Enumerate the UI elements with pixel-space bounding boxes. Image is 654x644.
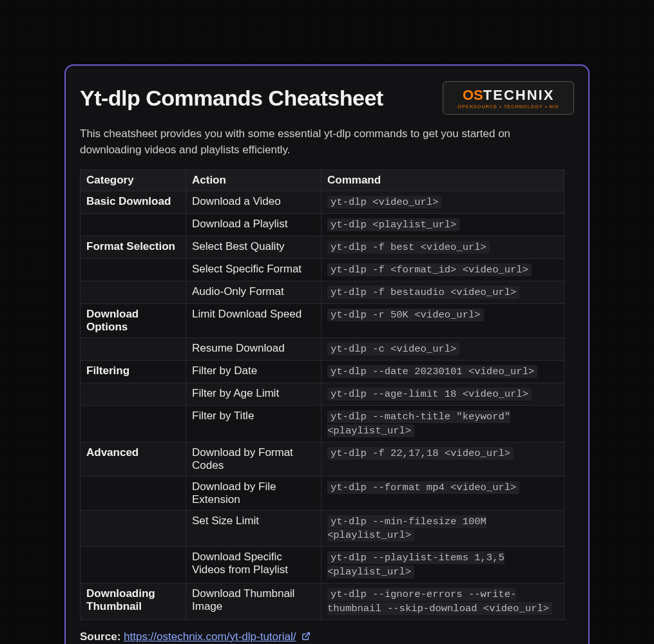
command-code: yt-dlp <playlist_url> — [327, 218, 459, 231]
table-row: Basic DownloadDownload a Videoyt-dlp <vi… — [81, 191, 564, 214]
table-row: Set Size Limityt-dlp --min-filesize 100M… — [81, 510, 564, 547]
col-category: Category — [81, 170, 186, 191]
cell-action: Download a Playlist — [186, 214, 322, 236]
svg-line-0 — [305, 633, 309, 637]
cell-category — [81, 510, 186, 547]
cell-command: yt-dlp -f 22,17,18 <video_url> — [322, 442, 564, 476]
table-row: Resume Downloadyt-dlp -c <video_url> — [81, 337, 564, 360]
command-code: yt-dlp <video_url> — [327, 196, 441, 209]
command-code: yt-dlp --match-title "keyword" <playlist… — [327, 410, 510, 437]
cell-category — [81, 337, 186, 360]
cell-category — [81, 214, 186, 236]
cell-command: yt-dlp --match-title "keyword" <playlist… — [322, 405, 564, 442]
col-command: Command — [322, 170, 564, 191]
cell-command: yt-dlp --min-filesize 100M <playlist_url… — [322, 510, 564, 547]
logo-part-os: OS — [463, 87, 483, 103]
table-body: Basic DownloadDownload a Videoyt-dlp <vi… — [81, 191, 564, 620]
commands-table: Category Action Command Basic DownloadDo… — [80, 169, 564, 620]
command-code: yt-dlp --age-limit 18 <video_url> — [327, 388, 532, 401]
command-code: yt-dlp -f <format_id> <video_url> — [327, 263, 532, 276]
source-label: Source: — [80, 630, 124, 643]
table-row: Audio-Only Formatyt-dlp -f bestaudio <vi… — [81, 281, 564, 303]
header-row: Yt-dlp Commands Cheatsheet OSTECHNIX OPE… — [80, 81, 574, 115]
cell-action: Filter by Title — [186, 405, 322, 442]
cell-command: yt-dlp <video_url> — [322, 191, 564, 214]
cell-command: yt-dlp -f bestaudio <video_url> — [322, 281, 564, 303]
source-link[interactable]: https://ostechnix.com/yt-dlp-tutorial/ — [124, 630, 296, 643]
col-action: Action — [186, 170, 322, 191]
cell-action: Download a Video — [186, 191, 322, 214]
cell-action: Set Size Limit — [186, 510, 322, 547]
cell-category — [81, 547, 186, 583]
command-code: yt-dlp -f bestaudio <video_url> — [327, 286, 519, 299]
command-code: yt-dlp -f best <video_url> — [327, 241, 490, 254]
command-code: yt-dlp -r 50K <video_url> — [327, 308, 484, 321]
table-row: Filter by Age Limityt-dlp --age-limit 18… — [81, 383, 564, 405]
cell-action: Audio-Only Format — [186, 281, 322, 303]
cell-category: Download Options — [81, 303, 186, 337]
command-code: yt-dlp --format mp4 <video_url> — [327, 481, 519, 494]
command-code: yt-dlp --min-filesize 100M <playlist_url… — [327, 515, 486, 542]
cell-command: yt-dlp <playlist_url> — [322, 214, 564, 236]
table-row: Select Specific Formatyt-dlp -f <format_… — [81, 259, 564, 281]
cell-action: Download Thumbnail Image — [186, 583, 322, 620]
table-row: Download by File Extensionyt-dlp --forma… — [81, 476, 564, 510]
cell-command: yt-dlp -c <video_url> — [322, 337, 564, 360]
source-line: Source: https://ostechnix.com/yt-dlp-tut… — [80, 630, 574, 644]
cell-category — [81, 405, 186, 442]
cell-action: Filter by Date — [186, 360, 322, 383]
table-row: Format SelectionSelect Best Qualityyt-dl… — [81, 236, 564, 259]
logo-part-technix: TECHNIX — [483, 87, 555, 103]
cell-action: Select Best Quality — [186, 236, 322, 259]
cell-category — [81, 383, 186, 405]
table-row: Downloading ThumbnailDownload Thumbnail … — [81, 583, 564, 620]
page-title: Yt-dlp Commands Cheatsheet — [80, 86, 383, 111]
table-row: Download a Playlistyt-dlp <playlist_url> — [81, 214, 564, 236]
logo-main: OSTECHNIX — [457, 88, 559, 102]
ostechnix-logo: OSTECHNIX OPENSOURCE • TECHNOLOGY • NIX — [443, 81, 574, 115]
cell-category: Advanced — [81, 442, 186, 476]
cell-action: Download Specific Videos from Playlist — [186, 547, 322, 583]
cell-category — [81, 476, 186, 510]
cell-action: Limit Download Speed — [186, 303, 322, 337]
cell-command: yt-dlp -r 50K <video_url> — [322, 303, 564, 337]
table-row: Download Specific Videos from Playlistyt… — [81, 547, 564, 583]
command-code: yt-dlp --playlist-items 1,3,5 <playlist_… — [327, 551, 505, 578]
cell-action: Filter by Age Limit — [186, 383, 322, 405]
external-link-icon — [302, 631, 311, 644]
cell-category — [81, 281, 186, 303]
cell-action: Resume Download — [186, 337, 322, 360]
command-code: yt-dlp -f 22,17,18 <video_url> — [327, 447, 514, 460]
table-row: Download OptionsLimit Download Speedyt-d… — [81, 303, 564, 337]
cheatsheet-card: Yt-dlp Commands Cheatsheet OSTECHNIX OPE… — [64, 64, 590, 644]
command-code: yt-dlp --date 20230101 <video_url> — [327, 365, 537, 378]
command-code: yt-dlp -c <video_url> — [327, 343, 459, 355]
cell-action: Select Specific Format — [186, 259, 322, 281]
cell-category: Filtering — [81, 360, 186, 383]
intro-text: This cheatsheet provides you with some e… — [80, 126, 531, 158]
cell-action: Download by Format Codes — [186, 442, 322, 476]
cell-category — [81, 259, 186, 281]
table-row: FilteringFilter by Dateyt-dlp --date 202… — [81, 360, 564, 383]
cell-command: yt-dlp --date 20230101 <video_url> — [322, 360, 564, 383]
cell-category: Basic Download — [81, 191, 186, 214]
table-header-row: Category Action Command — [81, 170, 564, 191]
cell-command: yt-dlp --format mp4 <video_url> — [322, 476, 564, 510]
table-row: Filter by Titleyt-dlp --match-title "key… — [81, 405, 564, 442]
cell-command: yt-dlp --age-limit 18 <video_url> — [322, 383, 564, 405]
logo-tagline: OPENSOURCE • TECHNOLOGY • NIX — [457, 104, 559, 109]
cell-command: yt-dlp -f best <video_url> — [322, 236, 564, 259]
table-row: AdvancedDownload by Format Codesyt-dlp -… — [81, 442, 564, 476]
cell-action: Download by File Extension — [186, 476, 322, 510]
cell-command: yt-dlp --ignore-errors --write-thumbnail… — [322, 583, 564, 620]
cell-category: Downloading Thumbnail — [81, 583, 186, 620]
cell-command: yt-dlp -f <format_id> <video_url> — [322, 259, 564, 281]
cell-command: yt-dlp --playlist-items 1,3,5 <playlist_… — [322, 547, 564, 583]
command-code: yt-dlp --ignore-errors --write-thumbnail… — [327, 588, 552, 615]
cell-category: Format Selection — [81, 236, 186, 259]
